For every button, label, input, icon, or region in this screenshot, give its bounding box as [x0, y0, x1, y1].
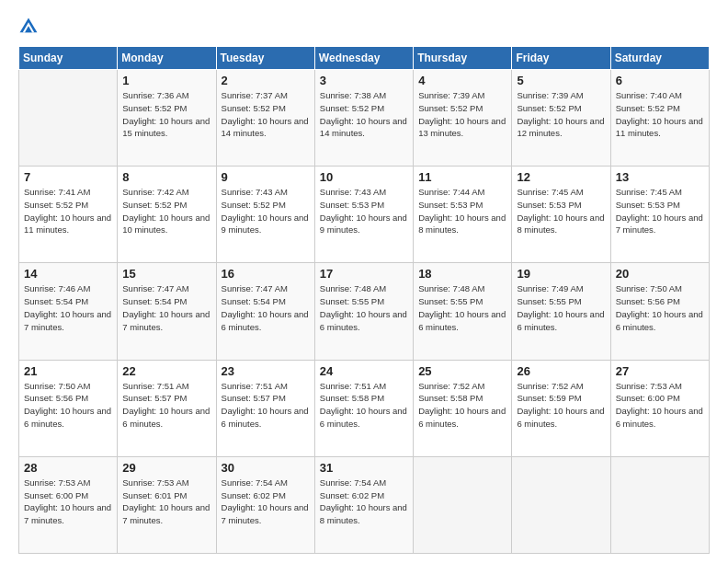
day-info: Sunrise: 7:53 AM Sunset: 6:00 PM Dayligh…: [616, 380, 704, 431]
day-number: 15: [122, 267, 210, 281]
logo: [18, 17, 42, 37]
header: [18, 17, 710, 37]
day-info: Sunrise: 7:54 AM Sunset: 6:02 PM Dayligh…: [320, 477, 408, 527]
day-number: 28: [24, 461, 112, 475]
day-info: Sunrise: 7:48 AM Sunset: 5:55 PM Dayligh…: [418, 282, 506, 333]
day-number: 16: [222, 267, 310, 281]
day-number: 13: [616, 170, 704, 184]
page: SundayMondayTuesdayWednesdayThursdayFrid…: [0, 0, 728, 563]
day-number: 3: [320, 74, 408, 87]
day-number: 17: [320, 267, 408, 281]
day-number: 26: [517, 364, 605, 378]
day-number: 20: [616, 267, 704, 281]
calendar-cell: 6Sunrise: 7:40 AM Sunset: 5:52 PM Daylig…: [610, 70, 709, 167]
day-info: Sunrise: 7:43 AM Sunset: 5:53 PM Dayligh…: [320, 186, 408, 236]
calendar-cell: 1Sunrise: 7:36 AM Sunset: 5:52 PM Daylig…: [118, 70, 216, 167]
day-number: 1: [122, 74, 210, 87]
day-number: 7: [24, 170, 112, 184]
calendar-cell: 21Sunrise: 7:50 AM Sunset: 5:56 PM Dayli…: [19, 360, 118, 456]
logo-icon: [18, 17, 39, 37]
calendar-cell: 19Sunrise: 7:49 AM Sunset: 5:55 PM Dayli…: [512, 263, 610, 360]
day-number: 14: [24, 267, 112, 281]
calendar-cell: 29Sunrise: 7:53 AM Sunset: 6:01 PM Dayli…: [118, 456, 216, 553]
day-info: Sunrise: 7:47 AM Sunset: 5:54 PM Dayligh…: [222, 282, 310, 333]
day-info: Sunrise: 7:43 AM Sunset: 5:52 PM Dayligh…: [222, 186, 310, 236]
day-number: 10: [320, 170, 408, 184]
day-info: Sunrise: 7:41 AM Sunset: 5:52 PM Dayligh…: [24, 186, 112, 236]
day-info: Sunrise: 7:40 AM Sunset: 5:52 PM Dayligh…: [616, 89, 704, 140]
day-info: Sunrise: 7:44 AM Sunset: 5:53 PM Dayligh…: [418, 186, 506, 236]
calendar-cell: 14Sunrise: 7:46 AM Sunset: 5:54 PM Dayli…: [19, 263, 118, 360]
day-number: 21: [24, 364, 112, 378]
day-info: Sunrise: 7:48 AM Sunset: 5:55 PM Dayligh…: [320, 282, 408, 333]
day-info: Sunrise: 7:45 AM Sunset: 5:53 PM Dayligh…: [616, 186, 704, 236]
day-info: Sunrise: 7:50 AM Sunset: 5:56 PM Dayligh…: [616, 282, 704, 333]
calendar-week-row: 14Sunrise: 7:46 AM Sunset: 5:54 PM Dayli…: [19, 263, 710, 360]
day-number: 12: [517, 170, 605, 184]
calendar-cell: 13Sunrise: 7:45 AM Sunset: 5:53 PM Dayli…: [610, 167, 709, 263]
calendar-cell: 7Sunrise: 7:41 AM Sunset: 5:52 PM Daylig…: [19, 167, 118, 263]
day-of-week-header: Sunday: [19, 47, 118, 70]
day-info: Sunrise: 7:53 AM Sunset: 6:01 PM Dayligh…: [122, 477, 210, 527]
calendar-cell: [610, 456, 709, 553]
day-info: Sunrise: 7:39 AM Sunset: 5:52 PM Dayligh…: [517, 89, 605, 140]
day-info: Sunrise: 7:46 AM Sunset: 5:54 PM Dayligh…: [24, 282, 112, 333]
day-number: 31: [320, 461, 408, 475]
calendar-cell: 31Sunrise: 7:54 AM Sunset: 6:02 PM Dayli…: [314, 456, 413, 553]
calendar-cell: [414, 456, 512, 553]
day-info: Sunrise: 7:52 AM Sunset: 5:59 PM Dayligh…: [517, 380, 605, 431]
day-info: Sunrise: 7:53 AM Sunset: 6:00 PM Dayligh…: [24, 477, 112, 527]
day-number: 22: [122, 364, 210, 378]
calendar-cell: 28Sunrise: 7:53 AM Sunset: 6:00 PM Dayli…: [19, 456, 118, 553]
day-of-week-header: Friday: [512, 47, 610, 70]
calendar-table: SundayMondayTuesdayWednesdayThursdayFrid…: [18, 46, 710, 554]
day-info: Sunrise: 7:52 AM Sunset: 5:58 PM Dayligh…: [418, 380, 506, 431]
calendar-week-row: 7Sunrise: 7:41 AM Sunset: 5:52 PM Daylig…: [19, 167, 710, 263]
calendar-cell: 15Sunrise: 7:47 AM Sunset: 5:54 PM Dayli…: [118, 263, 216, 360]
calendar-cell: 30Sunrise: 7:54 AM Sunset: 6:02 PM Dayli…: [216, 456, 314, 553]
calendar-cell: 9Sunrise: 7:43 AM Sunset: 5:52 PM Daylig…: [216, 167, 314, 263]
day-info: Sunrise: 7:49 AM Sunset: 5:55 PM Dayligh…: [517, 282, 605, 333]
day-info: Sunrise: 7:51 AM Sunset: 5:58 PM Dayligh…: [320, 380, 408, 431]
day-number: 4: [418, 74, 506, 87]
day-of-week-header: Saturday: [610, 47, 709, 70]
day-of-week-header: Tuesday: [216, 47, 314, 70]
day-of-week-header: Thursday: [414, 47, 512, 70]
day-number: 9: [222, 170, 310, 184]
day-info: Sunrise: 7:51 AM Sunset: 5:57 PM Dayligh…: [222, 380, 310, 431]
day-number: 6: [616, 74, 704, 87]
day-info: Sunrise: 7:36 AM Sunset: 5:52 PM Dayligh…: [122, 89, 210, 140]
day-of-week-header: Wednesday: [314, 47, 413, 70]
calendar-cell: 27Sunrise: 7:53 AM Sunset: 6:00 PM Dayli…: [610, 360, 709, 456]
day-number: 19: [517, 267, 605, 281]
calendar-cell: 26Sunrise: 7:52 AM Sunset: 5:59 PM Dayli…: [512, 360, 610, 456]
calendar-cell: 20Sunrise: 7:50 AM Sunset: 5:56 PM Dayli…: [610, 263, 709, 360]
day-info: Sunrise: 7:50 AM Sunset: 5:56 PM Dayligh…: [24, 380, 112, 431]
day-number: 30: [222, 461, 310, 475]
day-number: 8: [122, 170, 210, 184]
day-number: 11: [418, 170, 506, 184]
day-number: 18: [418, 267, 506, 281]
day-number: 24: [320, 364, 408, 378]
calendar-header-row: SundayMondayTuesdayWednesdayThursdayFrid…: [19, 47, 710, 70]
day-number: 5: [517, 74, 605, 87]
day-number: 25: [418, 364, 506, 378]
calendar-cell: 18Sunrise: 7:48 AM Sunset: 5:55 PM Dayli…: [414, 263, 512, 360]
day-info: Sunrise: 7:42 AM Sunset: 5:52 PM Dayligh…: [122, 186, 210, 236]
calendar-cell: 11Sunrise: 7:44 AM Sunset: 5:53 PM Dayli…: [414, 167, 512, 263]
day-of-week-header: Monday: [118, 47, 216, 70]
day-info: Sunrise: 7:54 AM Sunset: 6:02 PM Dayligh…: [222, 477, 310, 527]
calendar-cell: 3Sunrise: 7:38 AM Sunset: 5:52 PM Daylig…: [314, 70, 413, 167]
day-info: Sunrise: 7:45 AM Sunset: 5:53 PM Dayligh…: [517, 186, 605, 236]
calendar-week-row: 1Sunrise: 7:36 AM Sunset: 5:52 PM Daylig…: [19, 70, 710, 167]
calendar-cell: 10Sunrise: 7:43 AM Sunset: 5:53 PM Dayli…: [314, 167, 413, 263]
calendar-cell: 4Sunrise: 7:39 AM Sunset: 5:52 PM Daylig…: [414, 70, 512, 167]
calendar-week-row: 28Sunrise: 7:53 AM Sunset: 6:00 PM Dayli…: [19, 456, 710, 553]
day-info: Sunrise: 7:39 AM Sunset: 5:52 PM Dayligh…: [418, 89, 506, 140]
day-info: Sunrise: 7:37 AM Sunset: 5:52 PM Dayligh…: [222, 89, 310, 140]
calendar-cell: 5Sunrise: 7:39 AM Sunset: 5:52 PM Daylig…: [512, 70, 610, 167]
day-number: 29: [122, 461, 210, 475]
day-number: 23: [222, 364, 310, 378]
day-number: 2: [222, 74, 310, 87]
calendar-cell: [19, 70, 118, 167]
